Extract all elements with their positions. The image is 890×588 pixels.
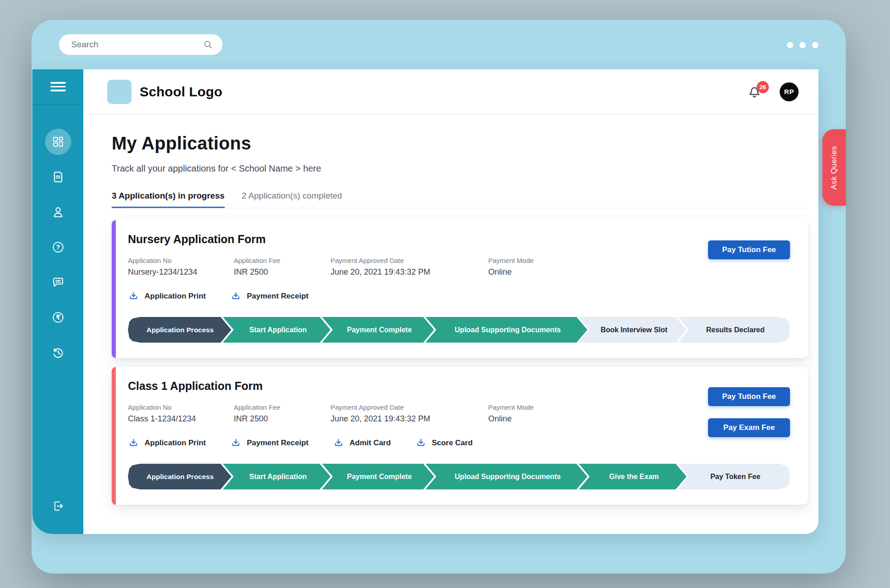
card-field: Payment ModeOnline <box>488 403 534 424</box>
search-input[interactable]: Search <box>59 34 222 55</box>
pay-fee-button[interactable]: Pay Exam Fee <box>708 418 790 437</box>
card-downloads: Application PrintPayment ReceiptAdmit Ca… <box>128 437 790 448</box>
field-label: Application Fee <box>234 257 331 264</box>
rupee-icon: ₹ <box>51 311 65 324</box>
search-icon <box>203 39 213 50</box>
progress-step: Results Declared <box>678 317 790 343</box>
progress-step: Upload Supporting Documents <box>426 317 587 343</box>
dashboard-icon <box>45 129 71 155</box>
svg-text:₹: ₹ <box>55 313 60 321</box>
ask-queries-label: Ask Queries <box>830 146 839 190</box>
card-accent-bar <box>112 220 116 358</box>
app-window: ?₹ School Logo 26 RP <box>32 69 818 534</box>
sidebar-item-person[interactable] <box>32 194 83 230</box>
progress-step: Application Process <box>128 317 232 343</box>
progress-step: Start Application <box>223 464 331 489</box>
progress-step: Give the Exam <box>579 464 686 489</box>
application-card: Class 1 Application Form Pay Tution FeeP… <box>112 367 808 505</box>
card-downloads: Application PrintPayment Receipt <box>128 290 790 302</box>
card-field: Payment ModeOnline <box>488 257 534 277</box>
download-label: Payment Receipt <box>247 292 309 301</box>
progress-step: Payment Complete <box>322 317 434 343</box>
sidebar-item-document[interactable] <box>32 159 83 194</box>
field-label: Payment Mode <box>488 403 534 411</box>
card-actions: Pay Tution FeePay Exam Fee <box>708 387 790 437</box>
download-icon <box>128 437 139 448</box>
help-icon: ? <box>51 240 65 254</box>
sidebar-nav: ?₹ <box>32 104 83 370</box>
progress-step: Pay Token Fee <box>678 464 790 489</box>
sidebar-item-rupee[interactable]: ₹ <box>32 300 83 335</box>
progress-steps: Application ProcessStart ApplicationPaym… <box>128 317 790 343</box>
hamburger-icon[interactable] <box>32 69 83 104</box>
download-link[interactable]: Application Print <box>128 290 206 302</box>
download-label: Payment Receipt <box>247 439 309 448</box>
application-cards: Nursery Application Form Pay Tution Fee … <box>112 220 808 518</box>
avatar[interactable]: RP <box>780 82 799 101</box>
download-icon <box>415 437 427 448</box>
download-link[interactable]: Application Print <box>128 437 206 448</box>
sidebar-item-chat[interactable] <box>32 265 83 300</box>
field-value: Online <box>488 414 534 424</box>
pay-fee-button[interactable]: Pay Tution Fee <box>708 387 790 406</box>
sidebar-item-history[interactable] <box>32 335 83 370</box>
tab-1[interactable]: 2 Application(s) completed <box>242 191 342 208</box>
tab-0[interactable]: 3 Application(s) in progress <box>112 191 225 208</box>
sidebar-item-help[interactable]: ? <box>32 230 83 265</box>
field-value: INR 2500 <box>234 267 331 277</box>
progress-step: Payment Complete <box>322 464 434 489</box>
field-label: Payment Mode <box>488 257 534 264</box>
card-field: Application FeeINR 2500 <box>234 257 331 277</box>
download-label: Application Print <box>145 439 206 448</box>
notifications-button[interactable]: 26 <box>746 83 763 101</box>
download-label: Application Print <box>145 292 206 301</box>
window-controls[interactable] <box>787 42 818 48</box>
progress-step: Start Application <box>223 317 331 343</box>
download-label: Score Card <box>432 439 473 448</box>
field-label: Application No <box>128 257 234 264</box>
progress-steps: Application ProcessStart ApplicationPaym… <box>128 464 790 489</box>
card-title: Class 1 Application Form <box>128 380 790 393</box>
window-dot <box>799 42 806 48</box>
field-value: June 20, 2021 19:43:32 PM <box>331 267 488 277</box>
download-icon <box>333 437 344 448</box>
card-field: Application FeeINR 2500 <box>234 403 331 424</box>
download-link[interactable]: Payment Receipt <box>230 437 309 448</box>
download-link[interactable]: Payment Receipt <box>230 290 309 302</box>
sidebar-item-dashboard[interactable] <box>32 124 83 159</box>
field-label: Application Fee <box>234 403 331 411</box>
page-subtitle: Track all your applications for < School… <box>112 163 818 174</box>
card-field: Application NoNursery-1234/1234 <box>128 257 234 277</box>
field-label: Payment Approved Date <box>331 403 488 411</box>
progress-step: Application Process <box>128 464 232 489</box>
card-accent-bar <box>112 367 116 505</box>
logout-icon[interactable] <box>32 500 83 512</box>
application-card: Nursery Application Form Pay Tution Fee … <box>112 220 808 358</box>
card-field: Payment Approved DateJune 20, 2021 19:43… <box>331 257 488 277</box>
progress-step: Upload Supporting Documents <box>426 464 587 489</box>
field-label: Application No <box>128 403 234 411</box>
download-label: Admit Card <box>350 439 391 448</box>
download-icon <box>230 290 241 302</box>
card-title: Nursery Application Form <box>128 233 790 246</box>
person-icon <box>51 205 65 219</box>
ask-queries-tab[interactable]: Ask Queries <box>822 129 846 206</box>
svg-text:?: ? <box>56 244 60 251</box>
sidebar: ?₹ <box>32 69 83 534</box>
field-label: Payment Approved Date <box>331 257 488 264</box>
app-frame: Search ?₹ School Logo <box>32 20 846 574</box>
school-logo <box>107 80 132 104</box>
notification-badge: 26 <box>757 81 769 93</box>
download-icon <box>230 437 241 448</box>
card-actions: Pay Tution Fee <box>708 240 790 259</box>
download-link[interactable]: Admit Card <box>333 437 391 448</box>
pay-fee-button[interactable]: Pay Tution Fee <box>708 240 790 259</box>
document-icon <box>51 170 65 184</box>
main-content: School Logo 26 RP My Applications Track … <box>83 69 818 534</box>
page-title: My Applications <box>112 133 818 154</box>
download-link[interactable]: Score Card <box>415 437 473 448</box>
card-fields: Application NoNursery-1234/1234Applicati… <box>128 257 790 277</box>
app-header: School Logo 26 RP <box>83 69 818 114</box>
school-logo-text: School Logo <box>140 84 222 100</box>
page-body: My Applications Track all your applicati… <box>83 114 818 518</box>
